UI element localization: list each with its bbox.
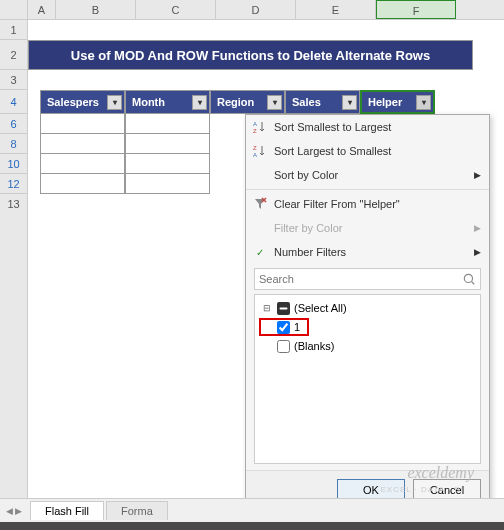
th-region: Region ▾ bbox=[210, 90, 285, 114]
checkbox-select-all[interactable] bbox=[277, 302, 290, 315]
menu-number-filters[interactable]: ✓ Number Filters ▶ bbox=[246, 240, 489, 264]
svg-text:A: A bbox=[253, 121, 257, 127]
tree-select-all[interactable]: ⊟ (Select All) bbox=[259, 299, 476, 317]
checkbox-1[interactable] bbox=[277, 321, 290, 334]
chevron-right-icon: ▶ bbox=[474, 170, 481, 180]
checkbox-blanks[interactable] bbox=[277, 340, 290, 353]
col-header-C[interactable]: C bbox=[136, 0, 216, 19]
filter-tree: ⊟ (Select All) 1 (Blanks) bbox=[254, 294, 481, 464]
table-row[interactable] bbox=[40, 174, 210, 194]
th-sales-label: Sales bbox=[292, 96, 321, 108]
menu-filter-color: Filter by Color ▶ bbox=[246, 216, 489, 240]
filter-dropdown-helper[interactable]: ▾ bbox=[416, 95, 431, 110]
col-header-D[interactable]: D bbox=[216, 0, 296, 19]
sort-asc-icon: AZ bbox=[252, 119, 268, 135]
th-sales: Sales ▾ bbox=[285, 90, 360, 114]
row-header-8[interactable]: 8 bbox=[0, 134, 28, 154]
th-region-label: Region bbox=[217, 96, 254, 108]
table-row[interactable] bbox=[40, 154, 210, 174]
status-bar bbox=[0, 522, 504, 530]
page-title: Use of MOD And ROW Functions to Delete A… bbox=[28, 40, 473, 70]
menu-sort-desc[interactable]: ZA Sort Largest to Smallest bbox=[246, 139, 489, 163]
tree-option-1[interactable]: 1 bbox=[259, 318, 309, 336]
table-header: Salespers ▾ Month ▾ Region ▾ Sales ▾ Hel… bbox=[40, 90, 435, 114]
filter-menu: AZ Sort Smallest to Largest ZA Sort Larg… bbox=[245, 114, 490, 510]
row-header-12[interactable]: 12 bbox=[0, 174, 28, 194]
filter-dropdown-sales[interactable]: ▾ bbox=[342, 95, 357, 110]
row-headers: 1 2 3 4 6 8 10 12 13 bbox=[0, 20, 28, 504]
table-body bbox=[40, 114, 210, 194]
select-all-corner[interactable] bbox=[0, 0, 28, 19]
row-header-3[interactable]: 3 bbox=[0, 70, 28, 90]
menu-sort-asc-label: Sort Smallest to Largest bbox=[274, 121, 391, 133]
row-header-10[interactable]: 10 bbox=[0, 154, 28, 174]
column-headers-row: A B C D E F bbox=[0, 0, 504, 20]
filter-dropdown-month[interactable]: ▾ bbox=[192, 95, 207, 110]
filter-dropdown-salesperson[interactable]: ▾ bbox=[107, 95, 122, 110]
col-header-F[interactable]: F bbox=[376, 0, 456, 19]
col-header-B[interactable]: B bbox=[56, 0, 136, 19]
sort-desc-icon: ZA bbox=[252, 143, 268, 159]
th-helper-label: Helper bbox=[368, 96, 402, 108]
sheet-tab-inactive[interactable]: Forma bbox=[106, 501, 168, 520]
check-icon: ✓ bbox=[252, 244, 268, 260]
svg-text:Z: Z bbox=[253, 145, 257, 151]
search-input[interactable] bbox=[254, 268, 481, 290]
svg-text:A: A bbox=[253, 152, 257, 158]
menu-filter-color-label: Filter by Color bbox=[274, 222, 342, 234]
th-helper: Helper ▾ bbox=[360, 90, 435, 114]
menu-number-filters-label: Number Filters bbox=[274, 246, 346, 258]
row-header-6[interactable]: 6 bbox=[0, 114, 28, 134]
chevron-right-icon: ▶ bbox=[474, 247, 481, 257]
menu-sort-color-label: Sort by Color bbox=[274, 169, 338, 181]
row-header-4[interactable]: 4 bbox=[0, 90, 28, 114]
th-month: Month ▾ bbox=[125, 90, 210, 114]
menu-sort-asc[interactable]: AZ Sort Smallest to Largest bbox=[246, 115, 489, 139]
table-row[interactable] bbox=[40, 134, 210, 154]
watermark-sub: EXCEL · DATA · BI bbox=[380, 485, 464, 494]
menu-sort-color[interactable]: Sort by Color ▶ bbox=[246, 163, 489, 187]
tree-select-all-label: (Select All) bbox=[294, 302, 347, 314]
col-header-E[interactable]: E bbox=[296, 0, 376, 19]
tab-nav[interactable]: ◀▶ bbox=[0, 506, 28, 516]
menu-clear-filter-label: Clear Filter From "Helper" bbox=[274, 198, 400, 210]
svg-text:Z: Z bbox=[253, 128, 257, 134]
th-month-label: Month bbox=[132, 96, 165, 108]
th-salesperson-label: Salespers bbox=[47, 96, 99, 108]
menu-clear-filter[interactable]: Clear Filter From "Helper" bbox=[246, 192, 489, 216]
menu-sort-desc-label: Sort Largest to Smallest bbox=[274, 145, 391, 157]
tree-blanks-label: (Blanks) bbox=[294, 340, 334, 352]
menu-separator bbox=[246, 189, 489, 190]
clear-filter-icon bbox=[252, 196, 268, 212]
row-header-1[interactable]: 1 bbox=[0, 20, 28, 40]
filter-dropdown-region[interactable]: ▾ bbox=[267, 95, 282, 110]
tree-opt1-label: 1 bbox=[294, 321, 300, 333]
tree-blanks[interactable]: (Blanks) bbox=[259, 337, 476, 355]
row-header-2[interactable]: 2 bbox=[0, 40, 28, 70]
th-salesperson: Salespers ▾ bbox=[40, 90, 125, 114]
watermark: exceldemy bbox=[407, 464, 474, 482]
row-header-13[interactable]: 13 bbox=[0, 194, 28, 504]
sheet-tabs: ◀▶ Flash Fill Forma bbox=[0, 498, 504, 522]
sheet-tab-active[interactable]: Flash Fill bbox=[30, 501, 104, 520]
table-row[interactable] bbox=[40, 114, 210, 134]
chevron-right-icon: ▶ bbox=[474, 223, 481, 233]
collapse-icon[interactable]: ⊟ bbox=[263, 303, 271, 313]
search-container bbox=[254, 268, 481, 290]
col-header-A[interactable]: A bbox=[28, 0, 56, 19]
